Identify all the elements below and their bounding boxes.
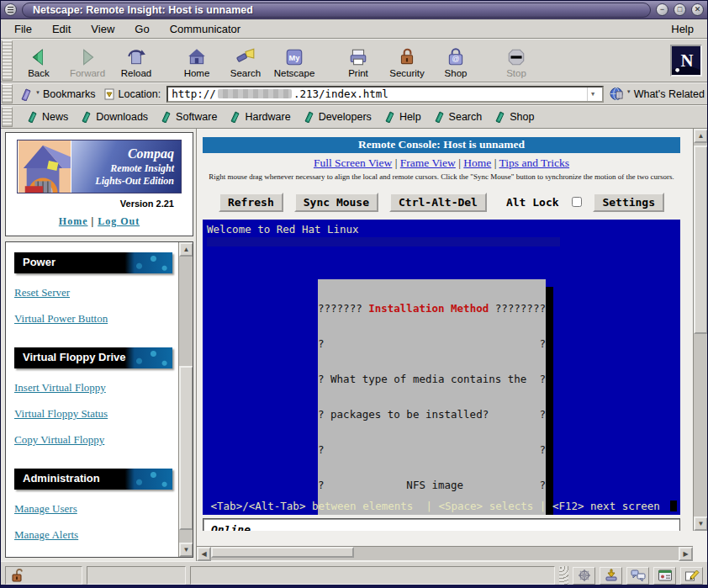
sidebar-scroll-up-icon[interactable]: ▲	[179, 242, 193, 257]
main-scroll-up-icon[interactable]: ▲	[694, 129, 708, 143]
ptb-search[interactable]: Search	[435, 111, 483, 123]
security-label: Security	[389, 68, 425, 78]
ptb-hardware[interactable]: Hardware	[230, 111, 290, 123]
mailbox-component-button[interactable]	[600, 567, 622, 585]
close-button[interactable]: ✕	[691, 3, 704, 16]
whats-related-button[interactable]: ▼ What's Related	[607, 87, 707, 101]
sidebar-item-virtual-power-button[interactable]: Virtual Power Button	[14, 312, 173, 326]
ptb-hardware-label: Hardware	[245, 111, 290, 123]
section-virtual-floppy: Virtual Floppy Drive Insert Virtual Flop…	[14, 347, 173, 447]
sidebar-scroll-down-icon[interactable]: ▼	[179, 543, 193, 557]
sidebar-item-copy-virtual-floppy[interactable]: Copy Virtual Floppy	[14, 433, 173, 447]
reload-button[interactable]: Reload	[112, 41, 161, 80]
main-hscroll-track[interactable]	[211, 547, 679, 560]
url-dropdown-icon[interactable]: ▼	[587, 87, 599, 101]
security-button[interactable]: Security	[383, 41, 431, 80]
full-screen-view-link[interactable]: Full Screen View	[314, 156, 392, 169]
menu-file[interactable]: File	[14, 23, 32, 35]
main-scroll-left-icon[interactable]: ◀	[197, 547, 211, 561]
menu-edit[interactable]: Edit	[52, 23, 71, 35]
main-scroll-down-icon[interactable]: ▼	[694, 516, 708, 531]
unlocked-padlock-icon[interactable]	[10, 568, 24, 583]
toolbar-grip[interactable]	[2, 40, 13, 81]
print-button[interactable]: Print	[334, 41, 383, 80]
remote-console-screen[interactable]: Welcome to Red Hat Linux ??????? Install…	[203, 220, 680, 515]
sidebar-item-manage-alerts[interactable]: Manage Alerts	[14, 528, 173, 542]
logout-link[interactable]: Log Out	[98, 215, 140, 227]
settings-button[interactable]: Settings	[593, 193, 664, 212]
sidebar-nav-box: Power Reset Server Virtual Power Button …	[5, 241, 193, 558]
window-menu-button[interactable]	[4, 3, 17, 16]
sidebar-item-manage-users[interactable]: Manage Users	[14, 502, 173, 516]
discussions-component-button[interactable]	[626, 567, 649, 585]
sidebar-item-network-settings[interactable]: Network Settings	[14, 554, 173, 557]
location-toolbar: ▼ Bookmarks Location: http://.213/index.…	[1, 82, 707, 105]
alt-lock-label: Alt Lock	[506, 196, 559, 209]
ctrl-alt-del-button[interactable]: Ctrl-Alt-Del	[389, 193, 487, 212]
sidebar-item-virtual-floppy-status[interactable]: Virtual Floppy Status	[14, 407, 173, 421]
status-message-segment	[190, 566, 555, 585]
main-scrollbar-vertical[interactable]: ▲ ▼	[693, 129, 707, 531]
netscape-button[interactable]: My Netscape	[270, 41, 319, 80]
menu-view[interactable]: View	[91, 23, 114, 35]
whats-related-caret-icon: ▼	[626, 89, 631, 94]
sidebar-item-insert-virtual-floppy[interactable]: Insert Virtual Floppy	[14, 381, 173, 395]
netscape-logo[interactable]: N	[670, 45, 702, 77]
addressbook-component-button[interactable]	[653, 567, 676, 585]
alt-lock-checkbox[interactable]	[572, 197, 582, 207]
sidebar-header-box: Compaq Remote Insight Lights-Out Edition…	[5, 132, 193, 236]
sidebar-home-link[interactable]: Home	[59, 215, 88, 227]
minimize-button[interactable]: −	[656, 3, 668, 16]
ptb-software-label: Software	[176, 111, 217, 123]
whats-related-label: What's Related	[634, 88, 705, 100]
ptb-developers[interactable]: Developers	[304, 111, 372, 123]
frame-view-link[interactable]: Frame View	[400, 156, 456, 169]
location-grip[interactable]	[2, 84, 13, 103]
option-nfs-image[interactable]: ? NFS image ?	[318, 479, 546, 491]
search-label: Search	[230, 68, 261, 78]
search-flashlight-icon	[235, 47, 256, 67]
location-input[interactable]: http://.213/index.html ▼	[166, 86, 603, 103]
bookmark-ribbon-icon	[82, 111, 92, 123]
forward-button[interactable]: Forward	[63, 41, 112, 80]
security-status-segment	[5, 566, 82, 585]
main-scroll-right-icon[interactable]: ▶	[679, 547, 693, 561]
sidebar-scroll-track[interactable]	[179, 257, 193, 543]
tips-and-tricks-link[interactable]: Tips and Tricks	[499, 156, 570, 169]
home-button[interactable]: Home	[172, 41, 221, 80]
ptb-help[interactable]: Help	[385, 111, 421, 123]
sidebar-scrollbar[interactable]: ▲ ▼	[178, 242, 193, 557]
menu-communicator[interactable]: Communicator	[170, 23, 241, 35]
main-vscroll-thumb[interactable]	[694, 146, 708, 334]
window-menu-icon	[8, 7, 13, 13]
main-scrollbar-horizontal[interactable]: ◀ ▶	[197, 546, 693, 560]
ptb-shop[interactable]: Shop	[495, 111, 534, 123]
sync-mouse-button[interactable]: Sync Mouse	[294, 193, 378, 212]
shop-button[interactable]: @ Shop	[431, 41, 480, 80]
ptb-news[interactable]: News	[28, 111, 68, 123]
back-button[interactable]: Back	[14, 41, 63, 80]
component-bar-grip[interactable]	[559, 566, 568, 585]
navigator-component-button[interactable]	[573, 567, 595, 585]
menu-help[interactable]: Help	[671, 23, 694, 35]
ptb-software[interactable]: Software	[161, 111, 217, 123]
main-vscroll-track[interactable]	[694, 143, 707, 516]
stop-button[interactable]: Stop	[492, 41, 541, 80]
home-link[interactable]: Home	[463, 156, 491, 169]
bookmarks-button[interactable]: ▼ Bookmarks	[18, 87, 98, 101]
remote-console-header: Remote Console: Host is unnamed	[203, 137, 680, 153]
main-frame-content: Remote Console: Host is unnamed Full Scr…	[197, 129, 693, 531]
logo-line-remote-insight: Remote Insight	[71, 162, 174, 175]
main-hscroll-thumb[interactable]	[211, 547, 354, 558]
search-button[interactable]: Search	[221, 41, 270, 80]
ptb-downloads[interactable]: Downloads	[82, 111, 148, 123]
menu-go[interactable]: Go	[135, 23, 149, 35]
console-hint-bar: <Tab>/<Alt-Tab> between elements | <Spac…	[203, 500, 680, 513]
personal-grip[interactable]	[2, 107, 13, 127]
sidebar-scroll-thumb[interactable]	[179, 366, 193, 530]
sidebar-item-reset-server[interactable]: Reset Server	[14, 286, 173, 299]
logo-line-compaq: Compaq	[71, 146, 174, 162]
composer-component-button[interactable]	[680, 567, 703, 585]
refresh-button[interactable]: Refresh	[219, 193, 283, 212]
maximize-button[interactable]: □	[674, 3, 686, 16]
